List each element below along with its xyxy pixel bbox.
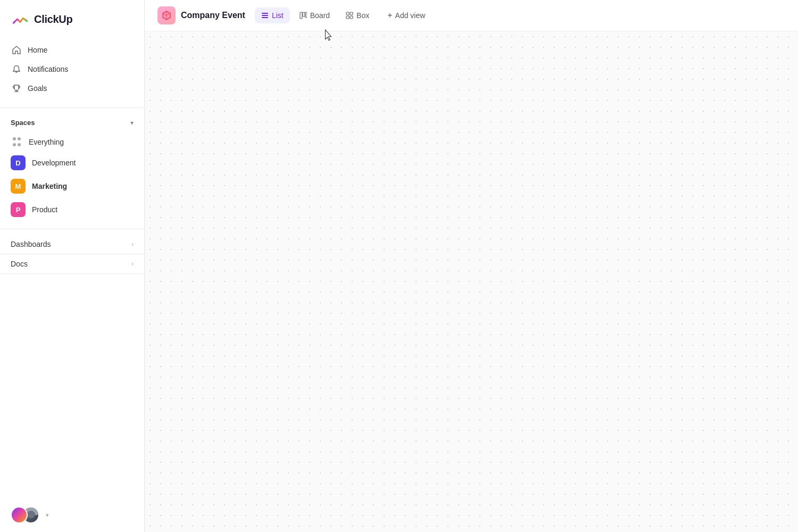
svg-rect-1	[262, 15, 268, 16]
marketing-badge: M	[11, 179, 26, 194]
svg-rect-3	[300, 12, 302, 19]
svg-rect-9	[350, 16, 353, 19]
user-chevron-icon: ▾	[46, 512, 49, 519]
svg-rect-5	[305, 12, 307, 18]
sidebar-item-docs[interactable]: Docs ›	[0, 254, 144, 273]
avatar-user1	[11, 506, 28, 523]
development-badge: D	[11, 155, 26, 170]
sidebar-nav: Home Notifications Goals	[0, 36, 144, 102]
svg-rect-8	[346, 16, 349, 19]
sidebar-goals-label: Goals	[28, 84, 47, 93]
sidebar-notifications-label: Notifications	[28, 65, 68, 73]
sidebar-item-goals[interactable]: Goals	[5, 79, 139, 98]
sidebar-item-home[interactable]: Home	[5, 40, 139, 60]
sidebar-item-everything[interactable]: Everything	[4, 133, 140, 151]
app-name: ClickUp	[34, 13, 72, 26]
svg-rect-0	[262, 13, 268, 14]
tab-list-label: List	[272, 11, 284, 20]
tab-board-label: Board	[310, 11, 330, 20]
docs-label: Docs	[11, 260, 28, 268]
everything-label: Everything	[29, 138, 64, 146]
add-icon: +	[387, 11, 392, 20]
tab-list[interactable]: List	[255, 7, 290, 23]
sidebar: ClickUp Home Notifications	[0, 0, 145, 532]
tab-board[interactable]: Board	[293, 7, 336, 23]
sidebar-item-marketing[interactable]: M Marketing	[4, 174, 140, 198]
sidebar-item-dashboards[interactable]: Dashboards ›	[0, 235, 144, 254]
marketing-initial: M	[15, 182, 21, 190]
marketing-label: Marketing	[32, 182, 67, 190]
logo-area[interactable]: ClickUp	[0, 0, 144, 36]
sidebar-item-development[interactable]: D Development	[4, 151, 140, 174]
add-view-button[interactable]: + Add view	[381, 7, 431, 23]
docs-divider	[0, 273, 144, 274]
board-icon	[300, 12, 307, 19]
project-title: Company Event	[181, 11, 245, 20]
dashboards-label: Dashboards	[11, 240, 51, 248]
product-initial: P	[16, 206, 21, 214]
dashboards-chevron-icon: ›	[131, 240, 134, 248]
svg-rect-2	[262, 17, 268, 18]
spaces-title: Spaces	[11, 119, 35, 127]
content-area	[145, 31, 798, 532]
box-icon	[346, 12, 353, 19]
product-label: Product	[32, 205, 57, 214]
main-content: Company Event List Board	[145, 0, 798, 532]
nav-divider	[0, 107, 144, 108]
svg-rect-4	[303, 12, 305, 16]
spaces-list: Everything D Development M Marketing P P…	[0, 131, 144, 223]
project-icon	[157, 6, 176, 24]
development-initial: D	[15, 159, 20, 167]
trophy-icon	[12, 84, 21, 93]
topbar: Company Event List Board	[145, 0, 798, 31]
product-badge: P	[11, 202, 26, 217]
list-icon	[261, 12, 269, 19]
avatar-group	[11, 506, 39, 523]
spaces-divider	[0, 229, 144, 229]
add-view-label: Add view	[395, 11, 426, 20]
sidebar-item-notifications[interactable]: Notifications	[5, 60, 139, 79]
tab-box[interactable]: Box	[339, 7, 376, 23]
spaces-chevron-icon: ▾	[130, 119, 134, 127]
svg-rect-7	[350, 12, 353, 15]
spaces-header[interactable]: Spaces ▾	[0, 113, 144, 131]
sidebar-home-label: Home	[28, 46, 47, 54]
clickup-logo-icon	[11, 10, 30, 29]
home-icon	[12, 45, 21, 55]
svg-rect-6	[346, 12, 349, 15]
bell-icon	[12, 64, 21, 74]
docs-chevron-icon: ›	[131, 260, 134, 268]
tab-box-label: Box	[356, 11, 369, 20]
user-area[interactable]: ▾	[0, 498, 144, 532]
everything-dots-icon	[13, 137, 22, 147]
sidebar-item-product[interactable]: P Product	[4, 198, 140, 221]
project-cube-icon	[161, 10, 172, 21]
development-label: Development	[32, 159, 76, 167]
